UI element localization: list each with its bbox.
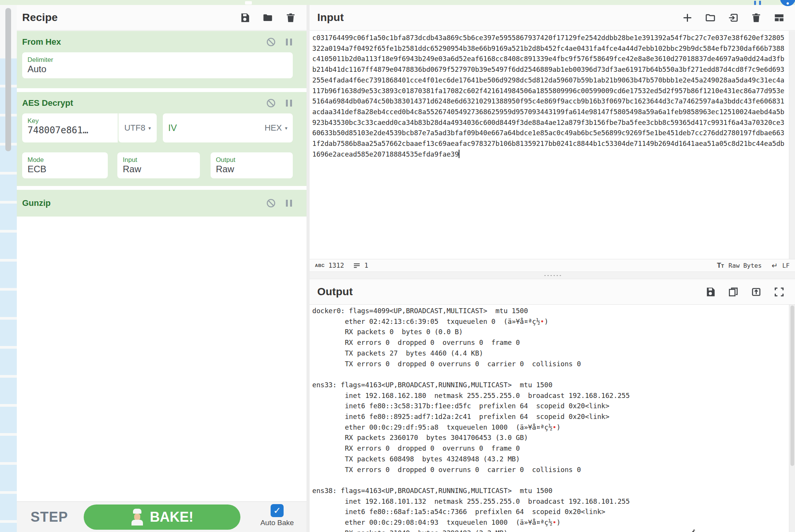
clear-io-trash-icon[interactable] bbox=[751, 13, 761, 23]
input-line: 322a0194a7f0492f65fe1b2581ddc65290954b38… bbox=[312, 44, 789, 54]
input-line: 1696e2acead585e20718884535efda9fae39 bbox=[312, 149, 789, 160]
input-line: 60633b50d85103e2de4539bcb87e7a5ad3bfaf09… bbox=[312, 128, 789, 139]
output-line: inet 192.168.162.180 netmask 255.255.255… bbox=[312, 391, 789, 401]
input-line: 117b96f1638d9e53c3893c01870381fa17082c60… bbox=[312, 86, 789, 97]
step-button[interactable]: STEP bbox=[31, 509, 68, 525]
input-type-icon: TT bbox=[717, 262, 724, 270]
output-scrollbar[interactable] bbox=[789, 305, 795, 532]
bake-button[interactable]: BAKE! bbox=[84, 505, 240, 530]
output-line: ether 00:0c:29:08:04:93 txqueuelen 1000 … bbox=[312, 517, 789, 528]
input-line: b214b41dc1167ff4879e0478836bd0679f527970… bbox=[312, 65, 789, 75]
line-count-icon bbox=[353, 262, 360, 269]
delimiter-label: Delimiter bbox=[28, 56, 287, 64]
recipe-panel: Recipe From Hex bbox=[17, 5, 307, 532]
iv-field[interactable]: IV HEX ▾ bbox=[163, 113, 293, 142]
operation-title: From Hex bbox=[22, 37, 61, 47]
operation-list-item-edge bbox=[0, 494, 17, 520]
operation-list-item-edge bbox=[0, 407, 17, 433]
replace-input-with-output-icon[interactable] bbox=[751, 287, 761, 297]
input-type-value[interactable]: Raw Bytes bbox=[728, 262, 762, 269]
iv-encoding-value: HEX bbox=[264, 123, 282, 133]
key-value[interactable]: 748007e861… bbox=[28, 125, 112, 136]
copy-output-icon[interactable] bbox=[728, 287, 738, 297]
key-field[interactable]: Key 748007e861… bbox=[22, 113, 118, 142]
operation-aes-decrypt[interactable]: AES Decrypt Key 748007e861… bbox=[17, 92, 307, 186]
character-count-icon: ABC bbox=[315, 263, 324, 268]
output-textarea: docker0: flags=4099<UP,BROADCAST,MULTICA… bbox=[310, 305, 789, 532]
output-format-dropdown[interactable]: Output Raw bbox=[211, 152, 293, 178]
input-line: c4105011b2d0a113f18e9f6943b249e03a6d52ea… bbox=[312, 54, 789, 65]
delimiter-value[interactable]: Auto bbox=[28, 64, 287, 74]
breakpoint-pause-icon[interactable] bbox=[285, 198, 293, 208]
iv-encoding-dropdown[interactable]: HEX ▾ bbox=[264, 123, 287, 133]
output-line: ens33: flags=4163<UP,BROADCAST,RUNNING,M… bbox=[312, 380, 789, 391]
auto-bake-checkbox[interactable]: ✓ bbox=[271, 504, 284, 517]
output-format-label: Output bbox=[216, 156, 287, 164]
line-count: 1 bbox=[364, 262, 368, 269]
save-output-icon[interactable] bbox=[705, 287, 716, 297]
auto-bake-toggle[interactable]: ✓ Auto Bake bbox=[260, 504, 294, 527]
maximize-output-icon[interactable] bbox=[774, 287, 784, 297]
input-format-value[interactable]: Raw bbox=[123, 164, 194, 175]
io-split-handle[interactable] bbox=[310, 272, 795, 279]
notification-icon-fragment bbox=[754, 1, 756, 5]
output-line: ether 00:0c:29:df:95:a8 txqueuelen 1000 … bbox=[312, 422, 789, 433]
control-char-dot: • bbox=[540, 318, 544, 325]
mode-dropdown[interactable]: Mode ECB bbox=[22, 152, 108, 178]
operation-from-hex[interactable]: From Hex Delimiter Auto bbox=[17, 31, 307, 88]
operation-list-item-edge bbox=[0, 465, 17, 491]
add-input-tab-icon[interactable] bbox=[682, 13, 693, 23]
magic-suggestion-icon[interactable] bbox=[687, 527, 696, 532]
recipe-title: Recipe bbox=[22, 11, 58, 24]
save-recipe-icon[interactable] bbox=[240, 13, 250, 23]
control-char-dot: • bbox=[552, 519, 556, 526]
reset-layout-icon[interactable] bbox=[774, 13, 784, 23]
key-label: Key bbox=[28, 117, 112, 125]
output-line: RX packets 2360170 bytes 3041706453 (3.0… bbox=[312, 433, 789, 443]
output-line: inet 192.168.101.132 netmask 255.255.255… bbox=[312, 496, 789, 507]
clear-recipe-trash-icon[interactable] bbox=[286, 13, 296, 23]
mode-value[interactable]: ECB bbox=[28, 164, 102, 175]
disable-operation-icon[interactable] bbox=[266, 37, 276, 47]
drag-grip-icon bbox=[544, 275, 561, 277]
chevron-down-icon: ▾ bbox=[285, 125, 287, 131]
recipe-list: From Hex Delimiter Auto bbox=[17, 31, 307, 501]
key-encoding-dropdown[interactable]: UTF8 ▾ bbox=[118, 113, 157, 142]
input-textarea[interactable]: c031764499c06f1a50c1bfa873dcdb43a869c5b6… bbox=[310, 31, 789, 259]
operation-list-item-edge bbox=[0, 523, 17, 532]
operations-scrollbar[interactable] bbox=[5, 8, 11, 151]
load-recipe-folder-icon[interactable] bbox=[263, 13, 273, 23]
banner-icon-fragment bbox=[245, 1, 252, 5]
output-line: RX packets 0 bytes 0 (0.0 B) bbox=[312, 327, 789, 338]
operation-list-item-edge bbox=[0, 436, 17, 462]
output-line: inet6 fe80::3c58:317b:f1ee:d5fc prefixle… bbox=[312, 401, 789, 412]
operation-list-item-edge bbox=[0, 175, 17, 201]
operation-list-item-edge bbox=[0, 378, 17, 404]
iv-label: IV bbox=[168, 123, 177, 133]
panel-divider-vertical[interactable] bbox=[307, 5, 310, 532]
input-line: 255e4fada4f6ec7391868401cce4f01ec6de1764… bbox=[312, 75, 789, 86]
chef-icon bbox=[131, 509, 144, 526]
bake-controls-bar: STEP BAKE! ✓ Auto Bake bbox=[17, 501, 307, 532]
breakpoint-pause-icon[interactable] bbox=[285, 98, 293, 108]
text-cursor bbox=[459, 150, 459, 158]
output-line: RX errors 0 dropped 0 overruns 0 frame 0 bbox=[312, 338, 789, 348]
auto-bake-label: Auto Bake bbox=[260, 519, 294, 527]
output-line: docker0: flags=4099<UP,BROADCAST,MULTICA… bbox=[312, 306, 789, 317]
notification-icon-fragment bbox=[759, 1, 761, 5]
output-format-value[interactable]: Raw bbox=[216, 164, 287, 175]
input-format-dropdown[interactable]: Input Raw bbox=[117, 152, 200, 178]
disable-operation-icon[interactable] bbox=[266, 198, 276, 208]
output-line: ens38: flags=4163<UP,BROADCAST,RUNNING,M… bbox=[312, 486, 789, 496]
breakpoint-pause-icon[interactable] bbox=[285, 37, 293, 47]
top-banner bbox=[0, 0, 795, 5]
line-ending-value[interactable]: LF bbox=[782, 262, 790, 269]
open-file-folder-icon[interactable] bbox=[705, 13, 716, 23]
delimiter-field[interactable]: Delimiter Auto bbox=[22, 52, 293, 78]
open-input-icon[interactable] bbox=[728, 13, 738, 23]
output-line bbox=[312, 475, 789, 486]
operation-gunzip[interactable]: Gunzip bbox=[17, 190, 307, 217]
control-char-dot: • bbox=[552, 424, 556, 431]
input-scrollbar[interactable] bbox=[789, 31, 795, 259]
disable-operation-icon[interactable] bbox=[266, 98, 276, 108]
